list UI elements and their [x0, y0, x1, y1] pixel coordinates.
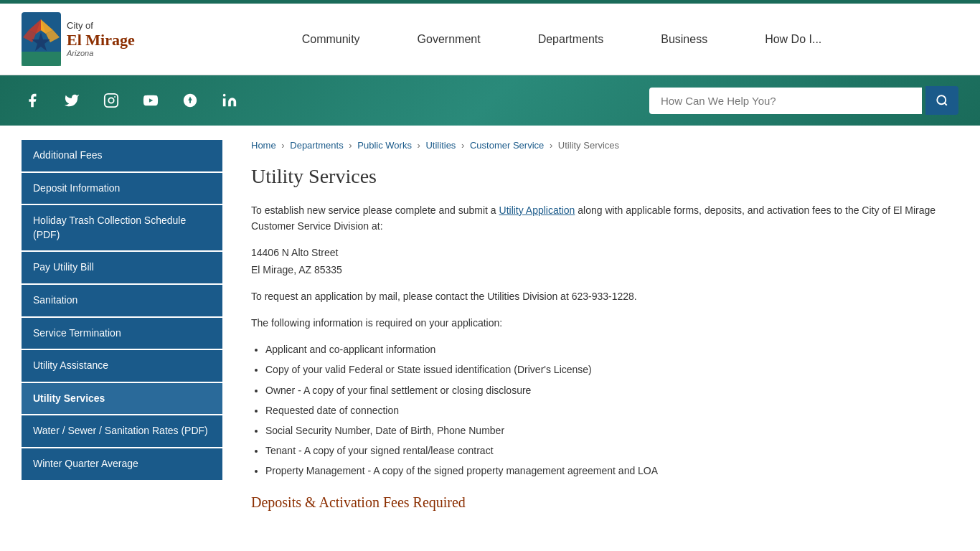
facebook-icon[interactable] — [22, 90, 43, 111]
search-button[interactable] — [925, 86, 958, 115]
sidebar-item-holiday-trash[interactable]: Holiday Trash Collection Schedule (PDF) — [22, 205, 222, 250]
breadcrumb-utilities[interactable]: Utilities — [425, 140, 456, 151]
breadcrumb-current: Utility Services — [558, 140, 619, 151]
sidebar-item-service-termination[interactable]: Service Termination — [22, 318, 222, 349]
logo-city-of: City of — [67, 21, 135, 31]
social-bar — [0, 75, 980, 126]
svg-rect-7 — [22, 52, 61, 66]
sidebar-item-sanitation[interactable]: Sanitation — [22, 285, 222, 316]
intro-paragraph: To establish new service please complete… — [251, 202, 944, 235]
svg-point-13 — [937, 95, 946, 104]
nav-how-do-i[interactable]: How Do I... — [736, 26, 850, 53]
breadcrumb-sep-3: › — [418, 140, 423, 151]
para1-text: To establish new service please complete… — [251, 204, 499, 216]
mail-request-paragraph: To request an application by mail, pleas… — [251, 288, 944, 304]
sidebar-item-pay-utility-bill[interactable]: Pay Utility Bill — [22, 252, 222, 283]
breadcrumb: Home › Departments › Public Works › Util… — [251, 140, 944, 151]
breadcrumb-sep-5: › — [550, 140, 555, 151]
logo-arizona: Arizona — [67, 49, 135, 57]
youtube-icon[interactable] — [140, 90, 161, 111]
list-item: Applicant and co-applicant information — [265, 341, 944, 359]
logo-area[interactable]: City of El Mirage Arizona — [22, 12, 165, 66]
breadcrumb-public-works[interactable]: Public Works — [357, 140, 412, 151]
requirements-list: Applicant and co-applicant information C… — [265, 341, 944, 480]
nav-business[interactable]: Business — [632, 26, 736, 53]
search-input[interactable] — [649, 88, 922, 114]
header: City of El Mirage Arizona Community Gove… — [0, 4, 980, 75]
breadcrumb-departments[interactable]: Departments — [290, 140, 343, 151]
social-icons — [22, 90, 240, 111]
address-block: 14406 N Alto Street El Mirage, AZ 85335 — [251, 245, 944, 279]
requirements-intro: The following information is required on… — [251, 315, 944, 331]
twitter-icon[interactable] — [61, 90, 83, 111]
svg-rect-8 — [105, 94, 118, 107]
nav-community[interactable]: Community — [273, 26, 389, 53]
content-wrapper: Additional Fees Deposit Information Holi… — [0, 126, 980, 525]
svg-point-10 — [114, 96, 116, 98]
sidebar-item-utility-assistance[interactable]: Utility Assistance — [22, 350, 222, 382]
nav-departments[interactable]: Departments — [509, 26, 633, 53]
nextdoor-icon[interactable] — [179, 90, 201, 111]
sidebar-item-water-sewer[interactable]: Water / Sewer / Sanitation Rates (PDF) — [22, 415, 222, 447]
breadcrumb-sep-4: › — [461, 140, 467, 151]
page-title: Utility Services — [251, 165, 944, 188]
linkedin-icon[interactable] — [219, 90, 240, 111]
breadcrumb-sep-2: › — [349, 140, 354, 151]
search-icon — [936, 94, 948, 107]
svg-point-9 — [108, 98, 113, 103]
main-nav: Community Government Departments Busines… — [165, 26, 958, 53]
list-item: Requested date of connection — [265, 402, 944, 420]
sidebar: Additional Fees Deposit Information Holi… — [22, 140, 222, 511]
svg-marker-11 — [149, 98, 153, 103]
address-line2: El Mirage, AZ 85335 — [251, 262, 944, 279]
sidebar-item-utility-services[interactable]: Utility Services — [22, 383, 222, 415]
sidebar-item-deposit-information[interactable]: Deposit Information — [22, 173, 222, 204]
instagram-icon[interactable] — [100, 90, 122, 111]
breadcrumb-sep-1: › — [281, 140, 287, 151]
deposits-section-title: Deposits & Activation Fees Required — [251, 494, 944, 511]
address-line1: 14406 N Alto Street — [251, 245, 944, 262]
breadcrumb-customer-service[interactable]: Customer Service — [470, 140, 544, 151]
sidebar-item-additional-fees[interactable]: Additional Fees — [22, 140, 222, 171]
list-item: Social Security Number, Date of Birth, P… — [265, 422, 944, 440]
logo-text: City of El Mirage Arizona — [67, 21, 135, 57]
main-content: Home › Departments › Public Works › Util… — [237, 140, 958, 511]
logo-icon — [22, 12, 61, 66]
list-item: Owner - A copy of your final settlement … — [265, 382, 944, 400]
svg-point-12 — [223, 94, 226, 97]
list-item: Property Management - A copy of the sign… — [265, 462, 944, 480]
nav-government[interactable]: Government — [389, 26, 509, 53]
search-area — [649, 86, 958, 115]
logo-el-mirage: El Mirage — [67, 32, 135, 49]
list-item: Copy of your valid Federal or State issu… — [265, 361, 944, 379]
list-item: Tenant - A copy of your signed rental/le… — [265, 442, 944, 460]
breadcrumb-home[interactable]: Home — [251, 140, 276, 151]
utility-application-link[interactable]: Utility Application — [499, 204, 575, 216]
sidebar-item-winter-quarter[interactable]: Winter Quarter Average — [22, 448, 222, 480]
